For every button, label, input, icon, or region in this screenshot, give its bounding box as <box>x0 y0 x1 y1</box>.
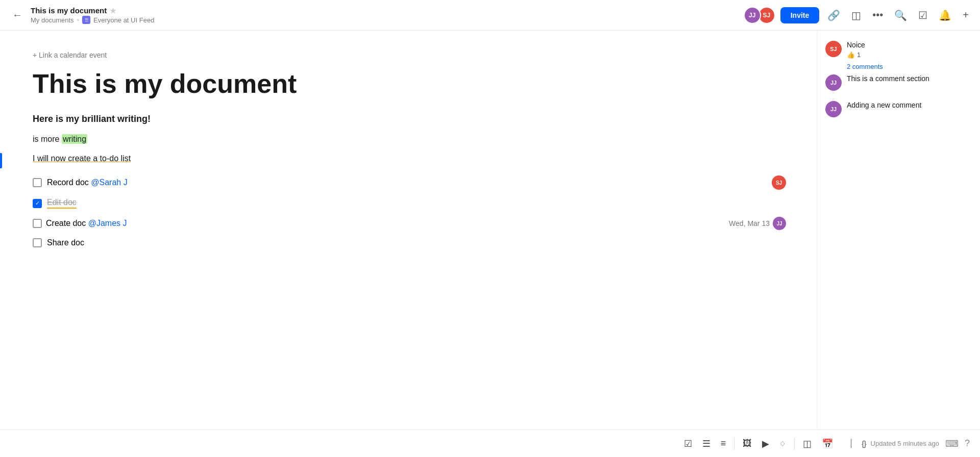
mention-james: @James J <box>88 219 127 227</box>
breadcrumb-my-docs[interactable]: My documents <box>31 16 74 24</box>
topbar: ← This is my document ★ My documents • ☰… <box>0 0 980 31</box>
search-button[interactable]: 🔍 <box>891 7 910 23</box>
comment-body-1b: This is a comment section <box>847 74 972 91</box>
calendar-button[interactable]: 📅 <box>818 435 837 452</box>
add-button[interactable]: + <box>960 7 972 23</box>
replies-link[interactable]: 2 comments <box>825 63 972 70</box>
doc-title-text: This is my document ★ <box>31 6 154 15</box>
breadcrumb-feed[interactable]: Everyone at UI Feed <box>93 16 154 24</box>
keyboard-button[interactable]: ⌨ <box>945 438 959 449</box>
avatar-sj-todo: SJ <box>772 175 786 190</box>
star-icon[interactable]: ★ <box>110 7 116 15</box>
todo-checkbox-2[interactable]: ✓ <box>33 199 42 208</box>
back-button[interactable]: ← <box>8 7 27 23</box>
everyone-feed-icon: ☰ <box>82 16 90 24</box>
writing-line: is more writing <box>33 135 786 144</box>
comment-item-2: JJ Adding a new comment <box>825 101 972 117</box>
writing-prefix: is more <box>33 135 59 143</box>
comment-item-1b: JJ This is a comment section <box>825 74 972 91</box>
present-icon-button[interactable]: ◫ <box>848 7 864 23</box>
comments-panel: SJ Noice 👍 1 2 comments JJ This is a com… <box>817 31 980 448</box>
todo-text-1: Record doc @Sarah J <box>47 178 128 187</box>
dropbox-button[interactable]: ♢ <box>775 437 790 451</box>
comment-text-2: Adding a new comment <box>847 101 972 109</box>
writing-highlight: writing <box>62 134 87 144</box>
comment-body-2: Adding a new comment <box>847 101 972 117</box>
comment-avatar-jj-2: JJ <box>825 101 842 117</box>
bottom-toolbar: ☑ ☰ ≡ 🖼 ▶ ♢ ◫ 📅 ⎹ {} Updated 5 minutes a… <box>0 429 980 457</box>
due-date-text: Wed, Mar 13 <box>729 219 770 227</box>
todo-intro: I will now create a to-do list <box>33 154 786 163</box>
todo-checkbox-4[interactable] <box>33 238 42 247</box>
updated-text: Updated 5 minutes ago <box>871 440 939 447</box>
todo-list: Record doc @Sarah J SJ ✓ Edit doc Create… <box>33 175 786 247</box>
comment-reactions-1: 👍 1 <box>847 51 972 59</box>
toolbar-separator-1 <box>734 438 734 450</box>
topbar-right: JJ SJ Invite 🔗 ◫ ••• 🔍 ☑ 🔔 + <box>744 7 972 24</box>
table-button[interactable]: ◫ <box>799 435 816 452</box>
breadcrumb: My documents • ☰ Everyone at UI Feed <box>31 16 154 24</box>
mention-sarah: @Sarah J <box>91 178 127 187</box>
todo-text-3: Create doc @James J <box>46 219 127 228</box>
image-button[interactable]: 🖼 <box>739 435 756 452</box>
toolbar-separator-2 <box>794 438 795 450</box>
help-button[interactable]: ? <box>965 438 970 449</box>
todo-item: Create doc @James J Wed, Mar 13 JJ <box>33 217 786 230</box>
embed-button[interactable]: ⎹ <box>839 435 855 452</box>
main-layout: + Link a calendar event This is my docum… <box>0 31 980 448</box>
due-date-3: Wed, Mar 13 JJ <box>729 217 786 230</box>
comment-body-1: Noice 👍 1 <box>847 41 972 59</box>
checkbox-tool-button[interactable]: ☑ <box>680 435 696 452</box>
topbar-left: ← This is my document ★ My documents • ☰… <box>8 6 154 24</box>
video-button[interactable]: ▶ <box>758 435 773 452</box>
comment-avatar-jj-1: JJ <box>825 74 842 91</box>
bullet-list-button[interactable]: ☰ <box>698 435 715 452</box>
reaction-thumbsup: 👍 <box>847 51 855 59</box>
link-icon-button[interactable]: 🔗 <box>824 7 843 23</box>
tasks-button[interactable]: ☑ <box>915 7 930 23</box>
comment-item-1: SJ Noice 👍 1 <box>825 41 972 59</box>
comment-avatar-sj: SJ <box>825 41 842 57</box>
todo-checkbox-1[interactable] <box>33 178 42 187</box>
avatar-jj-todo: JJ <box>773 217 786 230</box>
todo-text-2: Edit doc <box>47 198 77 209</box>
comment-text-1: Noice <box>847 41 972 49</box>
comment-text-1b: This is a comment section <box>847 74 972 83</box>
todo-text-4: Share doc <box>47 238 84 247</box>
todo-intro-text: I will now create a to-do list <box>33 154 131 163</box>
invite-button[interactable]: Invite <box>780 7 820 23</box>
document-title: This is my document <box>33 69 786 98</box>
todo-item: Share doc <box>33 238 786 247</box>
notifications-button[interactable]: 🔔 <box>936 7 954 23</box>
avatar-group: JJ SJ <box>744 7 775 24</box>
toolbar-right: Updated 5 minutes ago ⌨ ? <box>871 438 970 449</box>
content-area[interactable]: + Link a calendar event This is my docum… <box>2 31 817 448</box>
more-options-button[interactable]: ••• <box>869 7 886 23</box>
comment-thread-2: JJ Adding a new comment <box>825 101 972 117</box>
todo-checkbox-3[interactable] <box>33 219 42 228</box>
todo-item: ✓ Edit doc <box>33 198 786 209</box>
doc-title-bar: This is my document ★ My documents • ☰ E… <box>31 6 154 24</box>
comment-thread-1: SJ Noice 👍 1 2 comments JJ This is a com… <box>825 41 972 91</box>
todo-item: Record doc @Sarah J SJ <box>33 175 786 190</box>
calendar-link[interactable]: + Link a calendar event <box>33 51 786 59</box>
avatar-jj[interactable]: JJ <box>744 7 761 24</box>
toolbar-center: ☑ ☰ ≡ 🖼 ▶ ♢ ◫ 📅 ⎹ {} <box>680 435 871 452</box>
breadcrumb-separator: • <box>77 16 80 24</box>
doc-title-label: This is my document <box>31 6 107 15</box>
section-heading: Here is my brilliant writing! <box>33 114 786 124</box>
numbered-list-button[interactable]: ≡ <box>717 435 730 452</box>
code-button[interactable]: {} <box>857 437 870 451</box>
reaction-count: 1 <box>857 51 861 59</box>
